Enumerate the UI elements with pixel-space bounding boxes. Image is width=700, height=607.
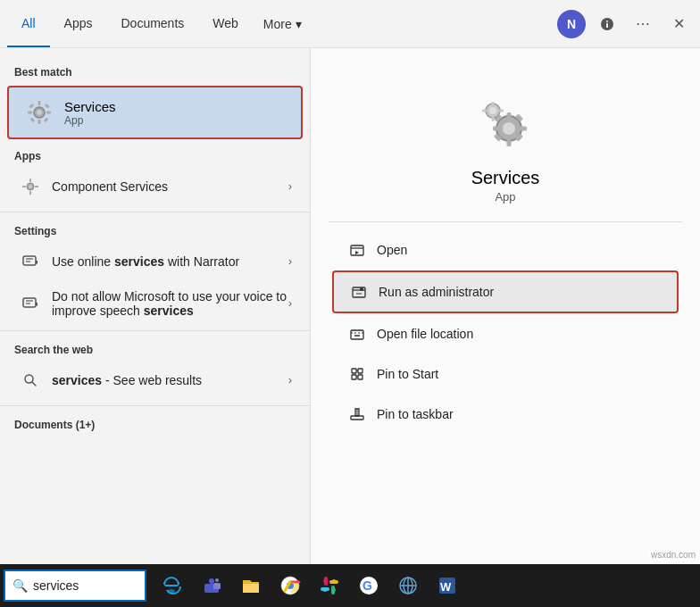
open-action[interactable]: Open bbox=[332, 230, 679, 270]
file-explorer-icon[interactable] bbox=[232, 564, 270, 607]
component-services-item[interactable]: Component Services › bbox=[4, 167, 306, 206]
docs-label: Documents (1+) bbox=[0, 412, 310, 435]
svg-point-35 bbox=[489, 107, 496, 114]
chrome-icon[interactable] bbox=[271, 564, 309, 607]
google-icon[interactable]: G bbox=[350, 564, 388, 607]
open-file-location-action[interactable]: Open file location bbox=[332, 314, 679, 353]
app-type: App bbox=[495, 190, 515, 204]
svg-rect-12 bbox=[29, 179, 31, 182]
search-input[interactable] bbox=[33, 578, 138, 593]
word-icon[interactable]: W bbox=[429, 564, 466, 607]
taskbar: 🔍 bbox=[0, 564, 700, 607]
search-box[interactable]: 🔍 bbox=[4, 570, 146, 602]
svg-rect-13 bbox=[29, 191, 31, 195]
svg-rect-27 bbox=[507, 139, 512, 146]
svg-rect-4 bbox=[28, 112, 32, 114]
main-area: Best match Services bbox=[0, 48, 700, 564]
pin-to-taskbar-action[interactable]: Pin to taskbar bbox=[332, 395, 679, 434]
svg-point-62 bbox=[332, 588, 336, 592]
svg-rect-40 bbox=[351, 245, 363, 255]
divider-3 bbox=[0, 405, 310, 406]
tab-documents[interactable]: Documents bbox=[106, 0, 198, 47]
right-panel: Services App Open bbox=[311, 48, 700, 564]
tab-web[interactable]: Web bbox=[198, 0, 253, 47]
chevron-right-icon-2: › bbox=[288, 255, 292, 268]
component-services-text: Component Services bbox=[52, 179, 288, 194]
best-match-label: Best match bbox=[0, 59, 310, 82]
feedback-icon[interactable] bbox=[593, 10, 621, 38]
action-list: Open Run as administrator bbox=[329, 222, 682, 442]
pin-to-taskbar-label: Pin to taskbar bbox=[377, 407, 454, 421]
svg-point-51 bbox=[209, 578, 214, 584]
svg-rect-43 bbox=[351, 330, 363, 339]
svg-rect-38 bbox=[482, 110, 487, 112]
open-file-location-label: Open file location bbox=[377, 327, 473, 341]
pin-to-start-action[interactable]: Pin to Start bbox=[332, 354, 679, 394]
svg-rect-16 bbox=[23, 256, 36, 265]
slack-icon[interactable] bbox=[311, 564, 348, 607]
svg-point-52 bbox=[215, 578, 219, 582]
svg-point-11 bbox=[29, 185, 32, 188]
svg-rect-9 bbox=[44, 118, 49, 123]
svg-rect-47 bbox=[358, 375, 362, 379]
speech-text: Do not allow Microsoft to use your voice… bbox=[52, 289, 288, 318]
pin-to-start-label: Pin to Start bbox=[377, 367, 438, 381]
speech-services-item[interactable]: Do not allow Microsoft to use your voice… bbox=[4, 282, 306, 325]
app-name: Services bbox=[471, 168, 540, 188]
tab-more[interactable]: More ▾ bbox=[253, 0, 312, 47]
svg-text:G: G bbox=[362, 578, 372, 593]
best-match-name: Services bbox=[64, 99, 116, 114]
chevron-down-icon: ▾ bbox=[296, 17, 302, 31]
svg-rect-36 bbox=[492, 102, 495, 106]
svg-rect-14 bbox=[22, 186, 26, 187]
svg-point-42 bbox=[360, 287, 363, 291]
svg-rect-28 bbox=[493, 127, 500, 131]
more-options-icon[interactable]: ⋯ bbox=[629, 10, 657, 38]
web-search-item[interactable]: services - See web results › bbox=[4, 361, 306, 400]
run-as-admin-icon bbox=[348, 281, 370, 303]
svg-point-1 bbox=[37, 110, 42, 115]
network-icon[interactable] bbox=[389, 564, 427, 607]
svg-rect-44 bbox=[352, 369, 356, 373]
tab-apps[interactable]: Apps bbox=[50, 0, 107, 47]
tab-all[interactable]: All bbox=[7, 0, 50, 47]
teams-icon[interactable] bbox=[193, 564, 230, 607]
close-icon[interactable]: ✕ bbox=[664, 10, 693, 38]
more-label: More bbox=[263, 17, 292, 31]
chevron-right-icon-4: › bbox=[288, 374, 292, 387]
nav-tabs: All Apps Documents Web More ▾ bbox=[7, 0, 312, 47]
taskbar-icons: G W bbox=[154, 564, 466, 607]
narrator-services-item[interactable]: Use online services with Narrator › bbox=[4, 242, 306, 281]
nav-right: N ⋯ ✕ bbox=[557, 10, 693, 38]
best-match-item[interactable]: Services App bbox=[7, 86, 303, 139]
svg-rect-15 bbox=[35, 186, 38, 187]
svg-rect-5 bbox=[46, 112, 51, 114]
avatar: N bbox=[557, 10, 586, 38]
settings-label: Settings bbox=[0, 218, 310, 241]
open-file-location-icon bbox=[346, 323, 368, 345]
edge-icon[interactable] bbox=[154, 564, 191, 607]
svg-line-23 bbox=[32, 382, 36, 386]
svg-rect-29 bbox=[520, 127, 527, 131]
svg-rect-6 bbox=[29, 104, 34, 109]
search-icon: 🔍 bbox=[12, 578, 28, 593]
narrator-text: Use online services with Narrator bbox=[52, 254, 288, 269]
apps-label: Apps bbox=[0, 143, 310, 166]
svg-rect-3 bbox=[38, 120, 41, 124]
web-label: Search the web bbox=[0, 337, 310, 360]
left-panel: Best match Services bbox=[0, 48, 311, 564]
svg-point-60 bbox=[323, 588, 327, 592]
app-preview: Services App bbox=[329, 66, 682, 222]
svg-text:W: W bbox=[440, 580, 452, 594]
run-as-admin-action[interactable]: Run as administrator bbox=[332, 270, 679, 313]
svg-point-49 bbox=[168, 589, 175, 593]
divider-2 bbox=[0, 330, 310, 331]
svg-point-63 bbox=[323, 579, 327, 583]
svg-rect-53 bbox=[213, 583, 221, 589]
svg-rect-7 bbox=[45, 104, 50, 109]
best-match-type: App bbox=[64, 114, 116, 127]
svg-rect-46 bbox=[352, 375, 356, 379]
component-services-icon bbox=[18, 174, 43, 199]
svg-rect-2 bbox=[38, 101, 41, 105]
speech-icon bbox=[18, 291, 43, 316]
